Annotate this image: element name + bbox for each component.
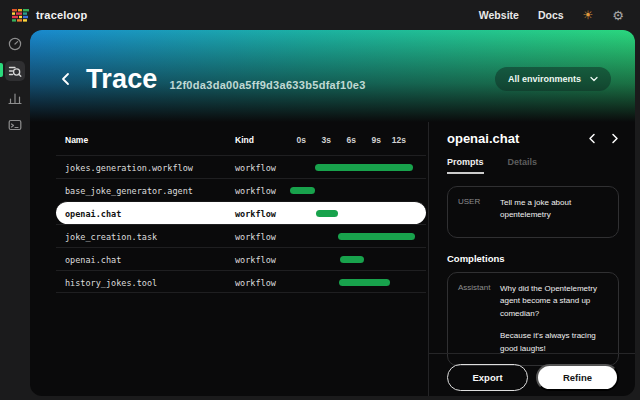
terminal-icon	[8, 118, 22, 132]
span-row[interactable]: history_jokes.tool workflow	[56, 270, 426, 293]
span-name: base_joke_generator.agent	[65, 186, 193, 196]
traceloop-logo[interactable]: traceloop	[12, 9, 87, 22]
column-header-kind: Kind	[235, 135, 254, 145]
completion-role-label: Assistant	[458, 283, 500, 355]
panel-body: USER Tell me a joke about opentelemetry …	[429, 174, 635, 353]
span-duration-bar	[315, 164, 413, 171]
span-row[interactable]: openai.chat workflow	[56, 247, 426, 270]
sidebar-item-traces[interactable]	[5, 61, 25, 81]
sidebar-item-dashboard[interactable]	[5, 34, 25, 54]
sun-icon[interactable]: ☀	[583, 9, 594, 21]
span-name: openai.chat	[65, 255, 121, 265]
bar-chart-icon	[8, 91, 22, 105]
span-table-header: Name Kind 0s3s6s9s12s	[30, 122, 428, 155]
docs-link[interactable]: Docs	[538, 9, 564, 21]
back-button[interactable]	[60, 72, 71, 86]
tab-prompts[interactable]: Prompts	[447, 157, 484, 174]
span-kind: workflow	[235, 278, 276, 288]
gauge-icon	[8, 37, 22, 51]
completions-heading: Completions	[447, 253, 619, 264]
topbar-nav: Website Docs ☀ ⚙	[479, 9, 624, 22]
prompt-card: USER Tell me a joke about opentelemetry	[447, 186, 619, 238]
span-name: joke_creation.task	[65, 232, 157, 242]
environments-dropdown[interactable]: All environments	[495, 67, 611, 91]
span-duration-bar	[338, 233, 415, 240]
sidebar-item-analytics[interactable]	[5, 88, 25, 108]
span-kind: workflow	[235, 209, 276, 219]
timeline-tick: 0s	[281, 135, 306, 145]
chevron-down-icon	[590, 76, 598, 82]
timeline-tick: 3s	[306, 135, 331, 145]
span-duration-bar	[316, 210, 338, 217]
span-rows: jokes.generation.workflow workflow base_…	[30, 155, 428, 293]
panel-footer: Export Refine	[429, 353, 635, 396]
span-nav	[588, 133, 619, 144]
panel-title: openai.chat	[447, 131, 519, 146]
span-name: jokes.generation.workflow	[65, 163, 193, 173]
website-link[interactable]: Website	[479, 9, 519, 21]
trace-id: 12f0da3da00a5ff9d3a633b5dfaf10e3	[170, 79, 366, 91]
timeline-tick: 12s	[381, 135, 406, 145]
span-table: Name Kind 0s3s6s9s12s jokes.generation.w…	[30, 122, 428, 396]
completion-card: Assistant Why did the Opentelemetry agen…	[447, 272, 619, 366]
span-detail-panel: openai.chat	[429, 122, 635, 396]
gear-icon[interactable]: ⚙	[612, 9, 624, 22]
tab-details[interactable]: Details	[508, 157, 538, 174]
refine-button[interactable]: Refine	[536, 364, 619, 391]
topbar: traceloop Website Docs ☀ ⚙	[0, 0, 640, 30]
export-button[interactable]: Export	[447, 364, 528, 391]
chevron-left-icon	[60, 72, 71, 86]
prompt-text: Tell me a joke about opentelemetry	[500, 197, 608, 227]
prompt-role-label: USER	[458, 197, 500, 227]
chevron-left-icon	[588, 133, 596, 144]
prev-span-button[interactable]	[588, 133, 596, 144]
span-kind: workflow	[235, 186, 276, 196]
main-container: Trace 12f0da3da00a5ff9d3a633b5dfaf10e3 A…	[30, 30, 635, 396]
trace-header: Trace 12f0da3da00a5ff9d3a633b5dfaf10e3 A…	[30, 30, 635, 122]
environments-dropdown-value: All environments	[508, 74, 581, 84]
panel-tabs: Prompts Details	[447, 157, 619, 174]
span-duration-bar	[290, 187, 315, 194]
next-span-button[interactable]	[611, 133, 619, 144]
span-duration-bar	[339, 279, 390, 286]
sidebar-item-console[interactable]	[5, 115, 25, 135]
span-kind: workflow	[235, 163, 276, 173]
search-traces-icon	[8, 64, 22, 78]
column-header-name: Name	[65, 135, 88, 145]
span-row[interactable]: jokes.generation.workflow workflow	[56, 155, 426, 178]
timeline-tick: 6s	[331, 135, 356, 145]
chevron-right-icon	[611, 133, 619, 144]
span-name: history_jokes.tool	[65, 278, 157, 288]
traceloop-logo-icon	[12, 9, 29, 22]
span-row[interactable]: openai.chat workflow	[56, 201, 426, 224]
span-kind: workflow	[235, 255, 276, 265]
content-split: Name Kind 0s3s6s9s12s jokes.generation.w…	[30, 122, 635, 396]
sidebar-active-indicator	[0, 63, 3, 77]
sidebar	[0, 30, 30, 400]
timeline-axis: 0s3s6s9s12s	[281, 135, 406, 145]
timeline-tick: 9s	[356, 135, 381, 145]
span-row[interactable]: joke_creation.task workflow	[56, 224, 426, 247]
span-row[interactable]: base_joke_generator.agent workflow	[56, 178, 426, 201]
completion-text: Why did the Opentelemetry agent become a…	[500, 283, 608, 355]
page-title: Trace	[86, 64, 158, 95]
panel-head: openai.chat	[429, 122, 635, 174]
span-duration-bar	[340, 256, 364, 263]
span-name: openai.chat	[65, 209, 121, 219]
brand-name: traceloop	[36, 9, 87, 21]
span-kind: workflow	[235, 232, 276, 242]
